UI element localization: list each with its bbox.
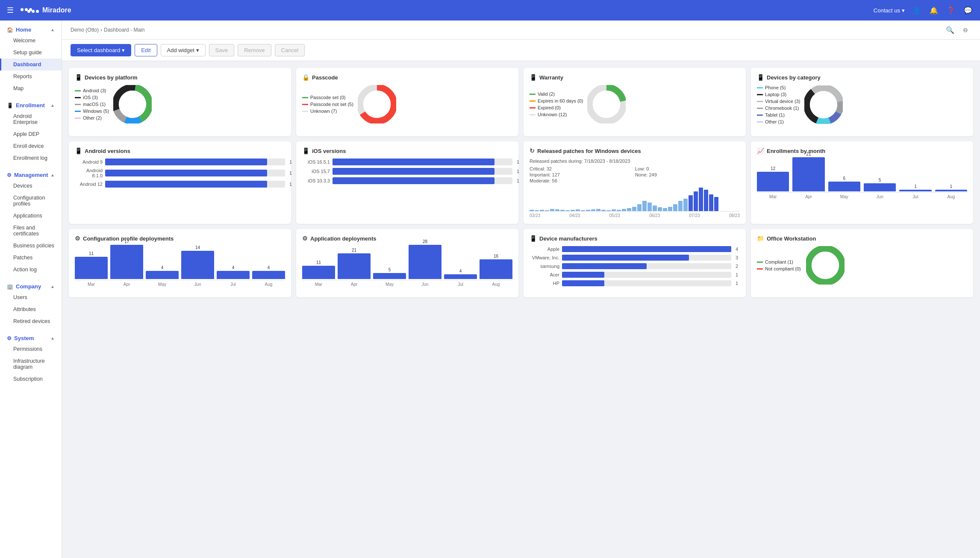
add-widget-button[interactable]: Add widget ▾ [161, 44, 206, 56]
patch-bar [663, 208, 667, 211]
logo-dots [21, 8, 39, 13]
zoom-out-icon[interactable]: ⊖ [959, 24, 971, 36]
sidebar-item-action-log[interactable]: Action log [0, 264, 62, 276]
config-deploy-chart: 11 17 4 14 4 [75, 246, 285, 280]
sidebar-company-header[interactable]: 🏢 Company ▲ [0, 279, 62, 291]
sidebar-item-apple-dep[interactable]: Apple DEP [0, 128, 62, 140]
user-icon[interactable]: 👤 [912, 5, 922, 15]
device-mfr-chart: Apple 4 VMware, Inc. 3 samsung 2 [530, 246, 740, 286]
hbar-row: HP 1 [530, 280, 740, 286]
sidebar-enrollment-label: Enrollment [16, 102, 45, 109]
sidebar-item-devices[interactable]: Devices [0, 180, 62, 192]
sidebar-management-label: Management [14, 172, 48, 178]
donut-svg-category [804, 85, 843, 124]
sidebar-item-config-profiles[interactable]: Configuration profiles [0, 192, 62, 210]
android-icon: 📱 [75, 147, 82, 154]
sidebar-management-header[interactable]: ⚙ Management ▲ [0, 167, 62, 180]
patch-bar [581, 210, 585, 211]
enrollment-chevron: ▲ [50, 103, 55, 108]
sidebar-company-label: Company [16, 283, 41, 290]
welcome-label: Welcome [13, 38, 35, 44]
sidebar-item-permissions[interactable]: Permissions [0, 343, 62, 355]
remove-button[interactable]: Remove [238, 44, 271, 56]
hbar-row: samsung 2 [530, 263, 740, 269]
sidebar-item-enroll-device[interactable]: Enroll device [0, 140, 62, 152]
map-label: Map [13, 85, 24, 91]
bar-row: Android 8.1.0 1 [75, 168, 285, 178]
sidebar-item-files-certs[interactable]: Files and certificates [0, 222, 62, 240]
sidebar-item-users[interactable]: Users [0, 291, 62, 303]
sidebar-item-retired-devices[interactable]: Retired devices [0, 315, 62, 327]
sidebar-item-attributes[interactable]: Attributes [0, 303, 62, 315]
enrollment-icon: 📱 [7, 103, 13, 109]
sidebar-item-applications[interactable]: Applications [0, 210, 62, 222]
breadcrumb-part2: Dashboard - Main [104, 27, 144, 33]
widget-title-device-mfr: Device manufacturers [539, 235, 597, 242]
patch-bar [535, 210, 539, 211]
lock-icon: 🔒 [302, 74, 309, 81]
sidebar-item-reports[interactable]: Reports [0, 70, 62, 82]
bar-row: Android 12 1 [75, 181, 285, 188]
patch-bar [601, 210, 606, 211]
sidebar-item-business-policies[interactable]: Business policies [0, 240, 62, 252]
sidebar-enrollment-section: 📱 Enrollment ▲ Android Enterprise Apple … [0, 96, 62, 166]
edit-button[interactable]: Edit [135, 44, 157, 56]
company-icon: 🏢 [7, 284, 13, 290]
sidebar-item-patches[interactable]: Patches [0, 252, 62, 264]
app-icon: ⚙ [302, 235, 308, 242]
ios-icon: 📱 [302, 147, 309, 154]
widget-devices-by-category: 📱 Devices by category Phone (5) Laptop (… [751, 68, 973, 136]
widget-passcode: 🔒 Passcode Passcode set (0) Passcode not… [296, 68, 518, 136]
contact-us-button[interactable]: Contact us ▾ [874, 7, 905, 14]
sidebar-enrollment-header[interactable]: 📱 Enrollment ▲ [0, 98, 62, 110]
sidebar-item-infra-diagram[interactable]: Infrastructure diagram [0, 355, 62, 373]
widget-warranty: 📱 Warranty Valid (2) Expires in 60 days … [524, 68, 746, 136]
bar-row: iOS 15.7 1 [302, 168, 512, 175]
cancel-button[interactable]: Cancel [275, 44, 305, 56]
sidebar-item-enrollment-log[interactable]: Enrollment log [0, 152, 62, 164]
sidebar-item-subscription[interactable]: Subscription [0, 373, 62, 385]
management-chevron: ▲ [50, 173, 55, 177]
patch-bar [699, 188, 703, 211]
widget-title-passcode: Passcode [312, 74, 338, 81]
chat-icon[interactable]: 💬 [963, 5, 973, 15]
zoom-in-icon[interactable]: 🔍 [944, 24, 956, 36]
sidebar-system-header[interactable]: ⚙ System ▲ [0, 331, 62, 343]
sidebar-home-header[interactable]: 🏠 Home ▲ [0, 22, 62, 35]
widget-title-office: Office Workstation [767, 235, 816, 242]
widget-enrollments: 📈 Enrollments by month 12 21 6 [751, 141, 973, 224]
sidebar: 🏠 Home ▲ Welcome Setup guide Dashboard R… [0, 21, 62, 558]
help-icon[interactable]: ❓ [946, 5, 956, 15]
main-header: Demo (Otto) › Dashboard - Main 🔍 ⊖ [62, 21, 980, 40]
ow-legend: Compliant (1) Not compliant (0) [757, 259, 801, 271]
bell-icon[interactable]: 🔔 [929, 5, 939, 15]
widget-title-devices-category: Devices by category [767, 74, 821, 81]
patch-bar [683, 199, 688, 211]
patch-bar [678, 201, 683, 211]
patch-bar [530, 210, 534, 211]
patch-bar [555, 209, 559, 211]
select-dashboard-button[interactable]: Select dashboard ▾ [71, 44, 131, 56]
widget-android-versions: 📱 Android versions Android 9 1 Android 8… [69, 141, 291, 224]
sidebar-system-label: System [14, 335, 34, 341]
ow-container: Compliant (1) Not compliant (0) [757, 246, 967, 285]
patch-bar [632, 207, 636, 211]
bar-row: iOS 16.5.1 1 [302, 159, 512, 165]
patches-icon: ↻ [530, 147, 535, 154]
breadcrumb-separator: › [100, 27, 102, 33]
patch-bar [673, 204, 677, 211]
sidebar-item-welcome[interactable]: Welcome [0, 35, 62, 47]
patch-bar [606, 210, 611, 211]
patch-bar [612, 209, 616, 211]
sidebar-item-setup-guide[interactable]: Setup guide [0, 47, 62, 59]
logo: Miradore [21, 6, 71, 14]
company-chevron: ▲ [50, 284, 55, 289]
sidebar-item-android-enterprise[interactable]: Android Enterprise [0, 110, 62, 128]
sidebar-item-dashboard[interactable]: Dashboard [0, 59, 62, 70]
menu-icon[interactable]: ☰ [7, 6, 14, 15]
enroll-col: 1 [899, 184, 931, 191]
breadcrumb: Demo (Otto) › Dashboard - Main [71, 27, 144, 33]
save-button[interactable]: Save [209, 44, 235, 56]
sidebar-item-map[interactable]: Map [0, 82, 62, 94]
devices-platform-legend: Android (3) iOS (3) macOS (1) Windows (5… [75, 88, 109, 120]
